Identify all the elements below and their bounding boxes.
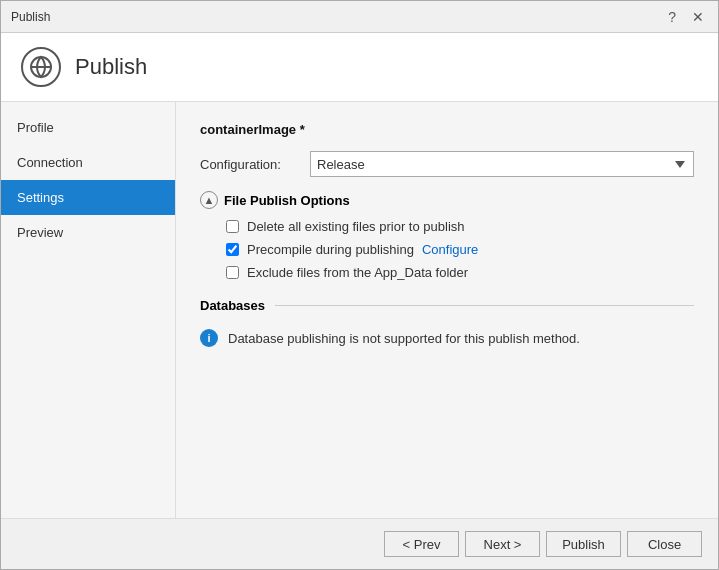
precompile-label: Precompile during publishing — [247, 242, 414, 257]
sidebar-item-settings[interactable]: Settings — [1, 180, 175, 215]
config-label: Configuration: — [200, 157, 300, 172]
dialog-footer: < Prev Next > Publish Close — [1, 518, 718, 569]
next-button[interactable]: Next > — [465, 531, 540, 557]
checkbox-row-precompile: Precompile during publishing Configure — [200, 242, 694, 257]
file-publish-options: ▲ File Publish Options Delete all existi… — [200, 191, 694, 280]
title-bar-controls: ? ✕ — [664, 9, 708, 25]
section-title: containerImage * — [200, 122, 694, 137]
databases-label: Databases — [200, 298, 265, 313]
publish-dialog: Publish ? ✕ Publish Profile Connection S… — [0, 0, 719, 570]
title-bar: Publish ? ✕ — [1, 1, 718, 33]
publish-icon — [21, 47, 61, 87]
db-info-row: i Database publishing is not supported f… — [200, 327, 694, 349]
sidebar-item-connection[interactable]: Connection — [1, 145, 175, 180]
header-title: Publish — [75, 54, 147, 80]
db-info-text: Database publishing is not supported for… — [228, 331, 580, 346]
configure-link[interactable]: Configure — [422, 242, 478, 257]
precompile-checkbox[interactable] — [226, 243, 239, 256]
delete-files-checkbox[interactable] — [226, 220, 239, 233]
info-icon: i — [200, 329, 218, 347]
sidebar: Profile Connection Settings Preview — [1, 102, 176, 518]
configuration-row: Configuration: Release Debug — [200, 151, 694, 177]
exclude-appdata-label: Exclude files from the App_Data folder — [247, 265, 468, 280]
file-publish-header[interactable]: ▲ File Publish Options — [200, 191, 694, 209]
databases-divider: Databases — [200, 298, 694, 313]
exclude-appdata-checkbox[interactable] — [226, 266, 239, 279]
main-content: containerImage * Configuration: Release … — [176, 102, 718, 518]
publish-button[interactable]: Publish — [546, 531, 621, 557]
prev-button[interactable]: < Prev — [384, 531, 459, 557]
delete-files-label: Delete all existing files prior to publi… — [247, 219, 465, 234]
checkbox-row-delete: Delete all existing files prior to publi… — [200, 219, 694, 234]
title-bar-title: Publish — [11, 10, 50, 24]
checkbox-row-exclude: Exclude files from the App_Data folder — [200, 265, 694, 280]
close-button[interactable]: Close — [627, 531, 702, 557]
sidebar-item-preview[interactable]: Preview — [1, 215, 175, 250]
dialog-body: Profile Connection Settings Preview cont… — [1, 102, 718, 518]
help-button[interactable]: ? — [664, 9, 680, 25]
file-publish-title: File Publish Options — [224, 193, 350, 208]
title-bar-left: Publish — [11, 10, 50, 24]
collapse-icon: ▲ — [200, 191, 218, 209]
close-title-button[interactable]: ✕ — [688, 9, 708, 25]
sidebar-item-profile[interactable]: Profile — [1, 110, 175, 145]
divider-line — [275, 305, 694, 306]
dialog-header: Publish — [1, 33, 718, 102]
configuration-select[interactable]: Release Debug — [310, 151, 694, 177]
